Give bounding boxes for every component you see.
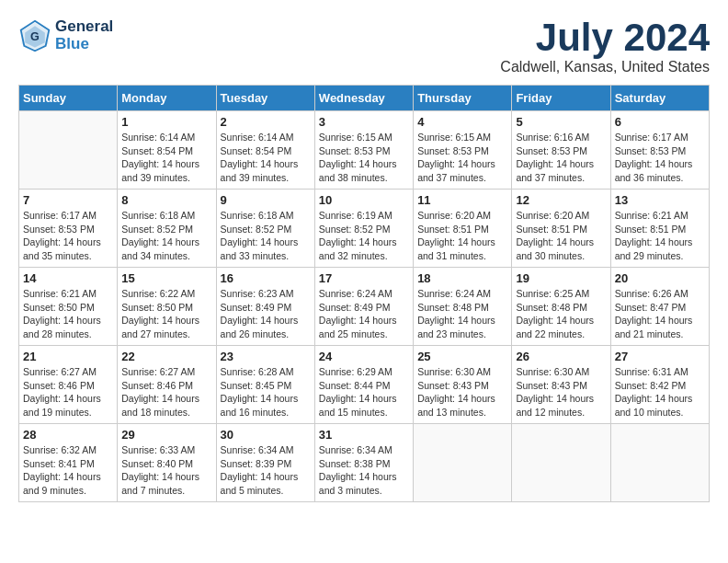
day-info: Sunrise: 6:14 AM Sunset: 8:54 PM Dayligh… <box>121 131 211 185</box>
calendar-cell: 20Sunrise: 6:26 AM Sunset: 8:47 PM Dayli… <box>610 268 709 346</box>
calendar-cell: 30Sunrise: 6:34 AM Sunset: 8:39 PM Dayli… <box>216 424 314 502</box>
weekday-header-sunday: Sunday <box>19 86 118 111</box>
day-number: 13 <box>615 193 705 207</box>
weekday-header-row: SundayMondayTuesdayWednesdayThursdayFrid… <box>19 86 710 111</box>
day-number: 26 <box>516 350 606 363</box>
day-number: 4 <box>417 115 507 129</box>
day-info: Sunrise: 6:33 AM Sunset: 8:40 PM Dayligh… <box>121 443 211 498</box>
weekday-header-thursday: Thursday <box>414 86 512 111</box>
day-info: Sunrise: 6:17 AM Sunset: 8:53 PM Dayligh… <box>23 209 113 263</box>
calendar-cell: 2Sunrise: 6:14 AM Sunset: 8:54 PM Daylig… <box>216 111 314 190</box>
day-number: 11 <box>417 193 507 207</box>
calendar-table: SundayMondayTuesdayWednesdayThursdayFrid… <box>18 85 710 502</box>
day-number: 22 <box>121 350 211 363</box>
day-number: 19 <box>516 271 606 285</box>
calendar-cell: 28Sunrise: 6:32 AM Sunset: 8:41 PM Dayli… <box>19 424 118 502</box>
week-row-4: 21Sunrise: 6:27 AM Sunset: 8:46 PM Dayli… <box>19 346 710 424</box>
day-info: Sunrise: 6:34 AM Sunset: 8:38 PM Dayligh… <box>319 443 409 498</box>
calendar-cell: 14Sunrise: 6:21 AM Sunset: 8:50 PM Dayli… <box>19 268 118 346</box>
day-number: 18 <box>417 271 507 285</box>
calendar-cell: 7Sunrise: 6:17 AM Sunset: 8:53 PM Daylig… <box>19 190 118 268</box>
calendar-cell <box>512 424 610 502</box>
calendar-cell: 10Sunrise: 6:19 AM Sunset: 8:52 PM Dayli… <box>314 190 413 268</box>
calendar-cell: 15Sunrise: 6:22 AM Sunset: 8:50 PM Dayli… <box>118 268 216 346</box>
day-info: Sunrise: 6:22 AM Sunset: 8:50 PM Dayligh… <box>121 287 211 341</box>
calendar-cell: 4Sunrise: 6:15 AM Sunset: 8:53 PM Daylig… <box>414 111 512 190</box>
location-title: Caldwell, Kansas, United States <box>500 59 710 75</box>
day-info: Sunrise: 6:24 AM Sunset: 8:48 PM Dayligh… <box>417 287 507 341</box>
weekday-header-tuesday: Tuesday <box>216 86 314 111</box>
weekday-header-friday: Friday <box>512 86 610 111</box>
day-info: Sunrise: 6:18 AM Sunset: 8:52 PM Dayligh… <box>121 209 211 263</box>
day-info: Sunrise: 6:23 AM Sunset: 8:49 PM Dayligh… <box>221 287 311 341</box>
calendar-cell: 19Sunrise: 6:25 AM Sunset: 8:48 PM Dayli… <box>512 268 610 346</box>
day-number: 28 <box>23 428 113 442</box>
day-number: 30 <box>221 428 311 442</box>
day-number: 9 <box>221 193 311 207</box>
day-info: Sunrise: 6:28 AM Sunset: 8:45 PM Dayligh… <box>221 365 311 419</box>
calendar-cell: 31Sunrise: 6:34 AM Sunset: 8:38 PM Dayli… <box>314 424 413 502</box>
day-number: 31 <box>319 428 409 442</box>
day-number: 12 <box>516 193 606 207</box>
day-info: Sunrise: 6:20 AM Sunset: 8:51 PM Dayligh… <box>417 209 507 263</box>
calendar-cell: 26Sunrise: 6:30 AM Sunset: 8:43 PM Dayli… <box>512 346 610 424</box>
day-number: 14 <box>23 271 113 285</box>
calendar-cell: 11Sunrise: 6:20 AM Sunset: 8:51 PM Dayli… <box>414 190 512 268</box>
calendar-cell: 22Sunrise: 6:27 AM Sunset: 8:46 PM Dayli… <box>118 346 216 424</box>
day-info: Sunrise: 6:14 AM Sunset: 8:54 PM Dayligh… <box>221 131 311 185</box>
title-block: July 2024 Caldwell, Kansas, United State… <box>500 18 710 75</box>
logo: G General Blue <box>18 18 113 52</box>
calendar-cell <box>414 424 512 502</box>
calendar-cell: 24Sunrise: 6:29 AM Sunset: 8:44 PM Dayli… <box>314 346 413 424</box>
day-number: 10 <box>319 193 409 207</box>
day-info: Sunrise: 6:16 AM Sunset: 8:53 PM Dayligh… <box>516 131 606 185</box>
day-number: 5 <box>516 115 606 129</box>
day-info: Sunrise: 6:18 AM Sunset: 8:52 PM Dayligh… <box>221 209 311 263</box>
calendar-cell: 25Sunrise: 6:30 AM Sunset: 8:43 PM Dayli… <box>414 346 512 424</box>
calendar-cell: 21Sunrise: 6:27 AM Sunset: 8:46 PM Dayli… <box>19 346 118 424</box>
day-number: 16 <box>221 271 311 285</box>
calendar-cell: 6Sunrise: 6:17 AM Sunset: 8:53 PM Daylig… <box>610 111 709 190</box>
day-info: Sunrise: 6:34 AM Sunset: 8:39 PM Dayligh… <box>221 443 311 498</box>
day-number: 24 <box>319 350 409 363</box>
day-number: 2 <box>221 115 311 129</box>
week-row-1: 1Sunrise: 6:14 AM Sunset: 8:54 PM Daylig… <box>19 111 710 190</box>
calendar-cell: 13Sunrise: 6:21 AM Sunset: 8:51 PM Dayli… <box>610 190 709 268</box>
day-number: 6 <box>615 115 705 129</box>
day-number: 21 <box>23 350 113 363</box>
day-number: 7 <box>23 193 113 207</box>
day-info: Sunrise: 6:21 AM Sunset: 8:50 PM Dayligh… <box>23 287 113 341</box>
logo-text: General Blue <box>55 18 113 52</box>
calendar-cell: 5Sunrise: 6:16 AM Sunset: 8:53 PM Daylig… <box>512 111 610 190</box>
day-info: Sunrise: 6:17 AM Sunset: 8:53 PM Dayligh… <box>615 131 705 185</box>
month-title: July 2024 <box>500 18 710 57</box>
week-row-5: 28Sunrise: 6:32 AM Sunset: 8:41 PM Dayli… <box>19 424 710 502</box>
weekday-header-saturday: Saturday <box>610 86 709 111</box>
day-number: 20 <box>615 271 705 285</box>
day-number: 3 <box>319 115 409 129</box>
day-number: 17 <box>319 271 409 285</box>
day-info: Sunrise: 6:24 AM Sunset: 8:49 PM Dayligh… <box>319 287 409 341</box>
calendar-cell: 27Sunrise: 6:31 AM Sunset: 8:42 PM Dayli… <box>610 346 709 424</box>
calendar-cell: 9Sunrise: 6:18 AM Sunset: 8:52 PM Daylig… <box>216 190 314 268</box>
calendar-cell: 29Sunrise: 6:33 AM Sunset: 8:40 PM Dayli… <box>118 424 216 502</box>
calendar-cell: 1Sunrise: 6:14 AM Sunset: 8:54 PM Daylig… <box>118 111 216 190</box>
day-info: Sunrise: 6:15 AM Sunset: 8:53 PM Dayligh… <box>417 131 507 185</box>
day-info: Sunrise: 6:25 AM Sunset: 8:48 PM Dayligh… <box>516 287 606 341</box>
calendar-cell <box>19 111 118 190</box>
day-number: 1 <box>121 115 211 129</box>
day-info: Sunrise: 6:20 AM Sunset: 8:51 PM Dayligh… <box>516 209 606 263</box>
day-info: Sunrise: 6:31 AM Sunset: 8:42 PM Dayligh… <box>615 365 705 419</box>
day-info: Sunrise: 6:15 AM Sunset: 8:53 PM Dayligh… <box>319 131 409 185</box>
weekday-header-wednesday: Wednesday <box>314 86 413 111</box>
day-info: Sunrise: 6:26 AM Sunset: 8:47 PM Dayligh… <box>615 287 705 341</box>
svg-text:G: G <box>30 29 40 42</box>
weekday-header-monday: Monday <box>118 86 216 111</box>
day-number: 27 <box>615 350 705 363</box>
week-row-3: 14Sunrise: 6:21 AM Sunset: 8:50 PM Dayli… <box>19 268 710 346</box>
calendar-cell: 12Sunrise: 6:20 AM Sunset: 8:51 PM Dayli… <box>512 190 610 268</box>
calendar-cell: 8Sunrise: 6:18 AM Sunset: 8:52 PM Daylig… <box>118 190 216 268</box>
day-number: 29 <box>121 428 211 442</box>
calendar-cell: 23Sunrise: 6:28 AM Sunset: 8:45 PM Dayli… <box>216 346 314 424</box>
day-info: Sunrise: 6:32 AM Sunset: 8:41 PM Dayligh… <box>23 443 113 498</box>
